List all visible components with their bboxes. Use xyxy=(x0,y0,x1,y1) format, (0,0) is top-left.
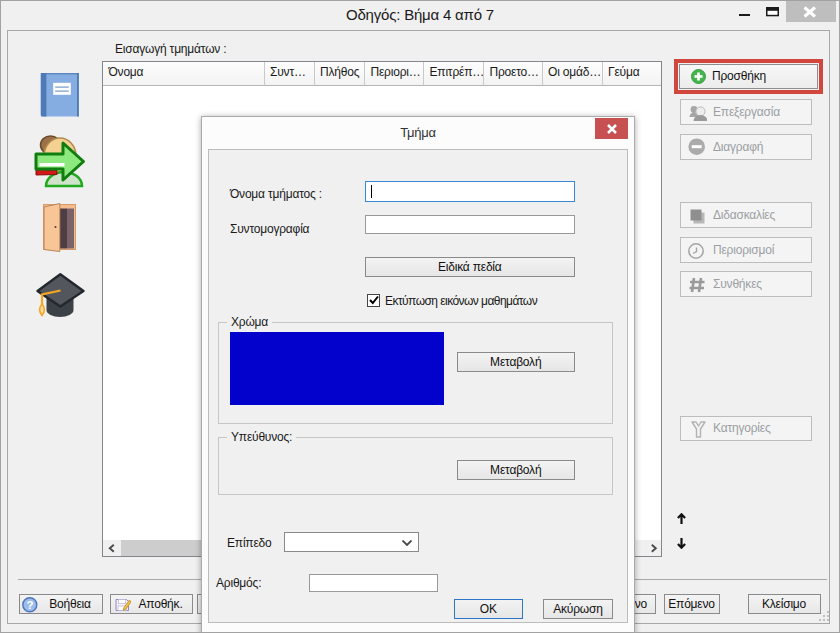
svg-text:?: ? xyxy=(26,599,33,611)
